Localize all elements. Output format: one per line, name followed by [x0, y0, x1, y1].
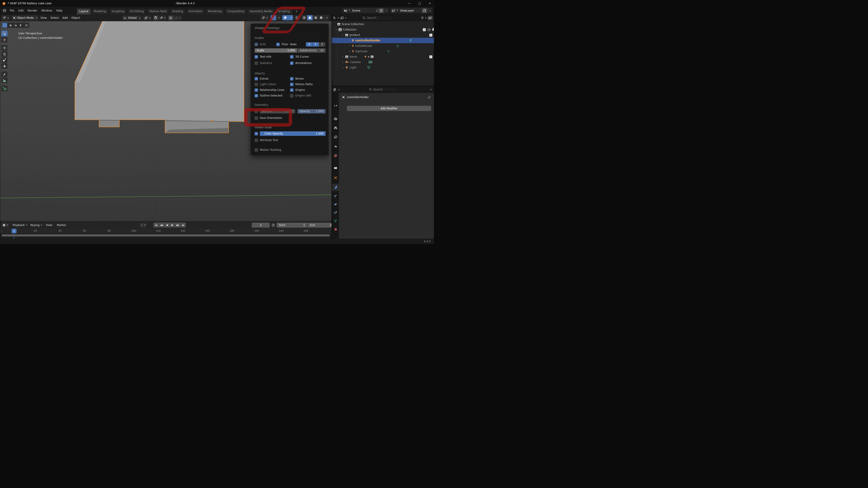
collection-exclude-checkbox[interactable]: ✓: [429, 55, 432, 58]
prev-keyframe-button[interactable]: ◀◀: [159, 222, 164, 228]
outliner-display-mode-button[interactable]: [340, 16, 346, 20]
tool-annotate[interactable]: [1, 71, 7, 77]
menu-render[interactable]: Render: [26, 8, 39, 13]
tool-scale[interactable]: [1, 57, 7, 63]
tab-output[interactable]: [332, 125, 339, 131]
select-circle-mode-button[interactable]: [13, 23, 18, 28]
collection-exclude-checkbox[interactable]: ✓: [423, 28, 426, 31]
editor-type-button[interactable]: [1, 15, 10, 21]
checkbox-extras[interactable]: ✓Extras: [255, 77, 268, 80]
tab-animation[interactable]: Animation: [186, 9, 205, 14]
menu-edit[interactable]: Edit: [16, 8, 26, 13]
tab-compositing[interactable]: Compositing: [225, 9, 246, 14]
checkbox-attribute-text[interactable]: Attribute Text: [255, 138, 278, 142]
pin-icon[interactable]: [428, 96, 431, 99]
gizmos-dropdown[interactable]: [276, 15, 281, 20]
viewlayer-name[interactable]: ViewLayer: [399, 9, 415, 12]
viewport-menu-add[interactable]: Add: [61, 16, 69, 20]
tab-collection[interactable]: [332, 164, 339, 171]
checkbox-text-info[interactable]: ✓Text Info: [255, 55, 271, 59]
viewport-menu-object[interactable]: Object: [69, 16, 82, 20]
start-frame-field[interactable]: Start1: [277, 223, 307, 228]
render-camera-icon[interactable]: [432, 29, 434, 31]
mesh-object-controllerholder[interactable]: [75, 21, 244, 133]
tab-object[interactable]: [332, 174, 339, 181]
visibility-dropdown[interactable]: [260, 15, 269, 20]
add-workspace-button[interactable]: +: [293, 9, 300, 14]
expander-icon[interactable]: ›: [348, 50, 350, 53]
checkbox-face-orientation[interactable]: Face Orientation: [255, 117, 282, 120]
add-modifier-button[interactable]: Add Modifier: [347, 106, 431, 111]
tool-move[interactable]: [1, 45, 7, 51]
minimize-button[interactable]: —: [408, 2, 411, 5]
tab-rendering[interactable]: Rendering: [206, 9, 224, 14]
transform-orientation-dropdown[interactable]: Global: [122, 15, 142, 21]
wireframe-slider[interactable]: Wirefra...1.000: [260, 109, 295, 113]
xray-toggle[interactable]: [294, 15, 300, 20]
snap-settings-dropdown[interactable]: [158, 15, 167, 21]
play-button[interactable]: ▶: [169, 222, 175, 228]
tab-particles[interactable]: [332, 193, 339, 200]
outliner-row-controllerholder[interactable]: › ▼ controllerHolder: [332, 38, 434, 43]
new-collection-button[interactable]: [428, 16, 433, 20]
properties-search-input[interactable]: [373, 88, 396, 91]
checkbox-grid[interactable]: ✓Grid: [255, 43, 266, 46]
timeline-menu-view[interactable]: View: [44, 224, 55, 227]
expander-icon[interactable]: ›: [348, 39, 350, 42]
tab-sculpting[interactable]: Sculpting: [109, 9, 126, 14]
checkbox-motion-paths[interactable]: ✓Motion Paths: [290, 83, 313, 86]
expander-icon[interactable]: ›: [342, 61, 344, 64]
tab-object-data[interactable]: [332, 218, 339, 224]
checkbox-floor[interactable]: ✓Floor: [276, 43, 288, 46]
collection-exclude-checkbox[interactable]: ✓: [429, 34, 432, 37]
tool-cursor[interactable]: [1, 37, 7, 42]
select-box-mode-button[interactable]: [2, 23, 7, 28]
checkbox-wireframe[interactable]: [255, 110, 258, 113]
tab-uv-editing[interactable]: UV Editing: [127, 9, 146, 14]
shading-rendered-button[interactable]: [318, 15, 324, 20]
tab-scripting[interactable]: Scripting: [276, 9, 292, 14]
outliner-row-collection[interactable]: › Collection ✓: [332, 27, 434, 32]
blender-app-menu-icon[interactable]: [2, 9, 6, 12]
grid-subdivisions-slider[interactable]: Subdivisions10: [298, 48, 326, 53]
breadcrumb-object-name[interactable]: controllerHolder: [347, 96, 369, 99]
outliner-filter-button[interactable]: [421, 17, 427, 20]
tab-shading[interactable]: Shading: [170, 9, 185, 14]
color-opacity-slider[interactable]: Color Opacity 1.000: [260, 131, 326, 136]
axis-y-toggle[interactable]: Y: [312, 42, 319, 46]
snap-toggle[interactable]: [153, 15, 158, 21]
checkbox-light-colors[interactable]: Light Colors: [255, 83, 276, 86]
menu-help[interactable]: Help: [54, 8, 64, 13]
menu-file[interactable]: File: [8, 8, 16, 13]
scene-name[interactable]: Scene: [351, 9, 362, 12]
expander-icon[interactable]: ›: [348, 44, 350, 47]
overlays-toggle[interactable]: [282, 15, 288, 20]
timeline-scrollbar[interactable]: [2, 234, 330, 236]
viewlayer-selector[interactable]: ViewLayer ×: [390, 8, 432, 13]
tab-scene[interactable]: [332, 142, 339, 150]
playback-dropdown[interactable]: Playback: [11, 224, 29, 227]
pin-icon[interactable]: [375, 9, 378, 12]
pivot-point-dropdown[interactable]: [143, 15, 152, 21]
mode-dropdown[interactable]: Object Mode: [11, 15, 39, 21]
properties-options-chevron-icon[interactable]: [430, 89, 432, 91]
eye-open-icon[interactable]: [427, 29, 431, 31]
outliner-row-product[interactable]: › product ✓: [332, 32, 434, 38]
timeline-ruler[interactable]: 20 40 60 80 100 120 140 160 180 200 220 …: [0, 229, 332, 234]
tab-modeling[interactable]: Modeling: [92, 9, 108, 14]
axis-z-toggle[interactable]: Z: [319, 42, 326, 46]
outliner-search-input[interactable]: [367, 16, 390, 20]
checkbox-statistics[interactable]: Statistics: [255, 62, 272, 65]
outliner-row-outsidecase[interactable]: › ▼ outsideCase: [332, 43, 434, 48]
outliner-row-light[interactable]: › Light: [332, 65, 434, 70]
sidebar-collapse-icon[interactable]: ‹: [329, 36, 330, 39]
maximize-button[interactable]: □: [418, 2, 421, 5]
select-tweak-mode-button[interactable]: [7, 23, 13, 28]
next-keyframe-button[interactable]: ▶▶: [175, 222, 180, 228]
outliner-search[interactable]: [361, 15, 394, 21]
axis-x-toggle[interactable]: X: [306, 42, 312, 46]
outliner-editor-type-button[interactable]: [333, 16, 339, 20]
tool-rotate[interactable]: [1, 51, 7, 57]
overlays-dropdown[interactable]: [288, 15, 293, 20]
timeline-menu-marker[interactable]: Marker: [55, 224, 68, 227]
